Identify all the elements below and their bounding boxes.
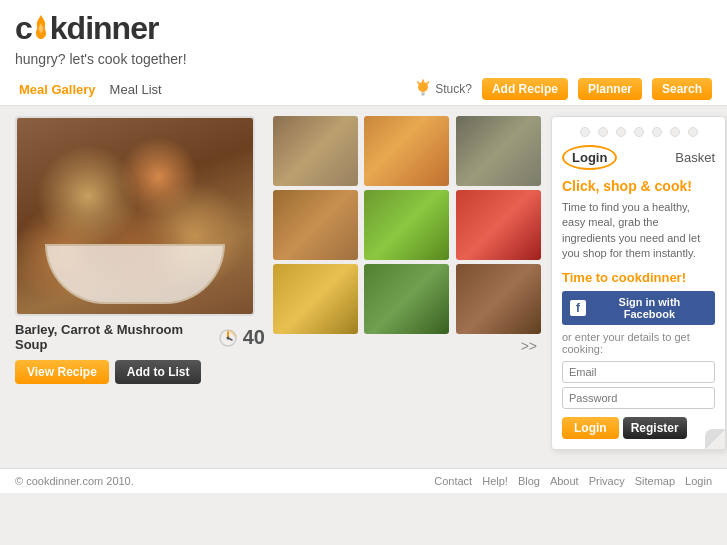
footer-link-about[interactable]: About [550, 475, 579, 487]
logo-text-after: kdinner [50, 10, 159, 47]
hole-4 [634, 127, 644, 137]
notepad-login-tab[interactable]: Login [562, 145, 617, 170]
food-grid [273, 116, 543, 334]
food-thumb-6[interactable] [456, 190, 541, 260]
footer-link-contact[interactable]: Contact [434, 475, 472, 487]
hole-7 [688, 127, 698, 137]
stuck-label: Stuck? [435, 82, 472, 96]
timer-badge: 40 [217, 326, 265, 349]
notepad-curl [705, 429, 725, 449]
login-notepad: Login Basket Click, shop & cook! Time to… [551, 116, 726, 450]
footer-link-help[interactable]: Help! [482, 475, 508, 487]
flame-icon [30, 13, 52, 41]
food-thumb-1[interactable] [273, 116, 358, 186]
food-thumb-8[interactable] [364, 264, 449, 334]
bulb-icon [415, 79, 431, 99]
food-grid-panel: >> [265, 116, 551, 450]
footer-link-sitemap[interactable]: Sitemap [635, 475, 675, 487]
hole-6 [670, 127, 680, 137]
featured-recipe-panel: Barley, Carrot & Mushroom Soup 40 View R… [15, 116, 265, 450]
footer-link-login[interactable]: Login [685, 475, 712, 487]
svg-rect-1 [421, 92, 425, 94]
add-to-list-button[interactable]: Add to List [115, 360, 202, 384]
hole-1 [580, 127, 590, 137]
click-shop-cook-title: Click, shop & cook! [562, 178, 715, 194]
view-recipe-button[interactable]: View Recipe [15, 360, 109, 384]
time-to-cookdinner: Time to cookdinner! [562, 270, 715, 285]
stuck-wrap: Stuck? [415, 79, 472, 99]
search-button[interactable]: Search [652, 78, 712, 100]
notepad-description: Time to find you a healthy, easy meal, g… [562, 200, 715, 262]
svg-point-7 [226, 337, 229, 340]
hole-3 [616, 127, 626, 137]
hole-5 [652, 127, 662, 137]
fb-button-label: Sign in with Facebook [592, 296, 707, 320]
hole-2 [598, 127, 608, 137]
add-recipe-button[interactable]: Add Recipe [482, 78, 568, 100]
password-field[interactable] [562, 387, 715, 409]
food-thumb-2[interactable] [364, 116, 449, 186]
svg-rect-2 [422, 94, 425, 96]
timer-icon [217, 326, 239, 348]
notepad-basket-tab[interactable]: Basket [675, 150, 715, 165]
food-thumb-3[interactable] [456, 116, 541, 186]
nav-meal-list[interactable]: Meal List [110, 82, 162, 97]
navbar: Meal Gallery Meal List Stuck? Add Recipe… [15, 73, 712, 105]
recipe-info: Barley, Carrot & Mushroom Soup 40 [15, 322, 265, 352]
register-button[interactable]: Register [623, 417, 687, 439]
footer: © cookdinner.com 2010. Contact Help! Blo… [0, 468, 727, 493]
food-thumb-4[interactable] [273, 190, 358, 260]
nav-meal-gallery[interactable]: Meal Gallery [15, 80, 100, 99]
recipe-time: 40 [243, 326, 265, 349]
tagline-hungry: hungry? [15, 51, 66, 67]
login-button[interactable]: Login [562, 417, 619, 439]
footer-links: Contact Help! Blog About Privacy Sitemap… [434, 475, 712, 487]
food-thumb-9[interactable] [456, 264, 541, 334]
featured-image [15, 116, 255, 316]
recipe-title: Barley, Carrot & Mushroom Soup [15, 322, 217, 352]
footer-link-blog[interactable]: Blog [518, 475, 540, 487]
tagline: hungry? let's cook together! [15, 51, 712, 67]
svg-line-4 [418, 82, 420, 84]
main-content: Barley, Carrot & Mushroom Soup 40 View R… [0, 106, 727, 460]
facebook-icon: f [570, 300, 586, 316]
food-thumb-5[interactable] [364, 190, 449, 260]
email-field[interactable] [562, 361, 715, 383]
notepad-holes [562, 127, 715, 137]
recipe-buttons: View Recipe Add to List [15, 360, 265, 384]
facebook-signin-button[interactable]: f Sign in with Facebook [562, 291, 715, 325]
more-arrow[interactable]: >> [273, 334, 543, 354]
logo: c kdinner [15, 10, 712, 47]
copyright: © cookdinner.com 2010. [15, 475, 134, 487]
svg-line-5 [427, 82, 429, 84]
tagline-rest: let's cook together! [69, 51, 186, 67]
notepad-tabs: Login Basket [562, 145, 715, 170]
login-buttons: Login Register [562, 417, 715, 439]
planner-button[interactable]: Planner [578, 78, 642, 100]
footer-link-privacy[interactable]: Privacy [589, 475, 625, 487]
or-text: or enter your details to get cooking: [562, 331, 715, 355]
header: c kdinner hungry? let's cook together! M… [0, 0, 727, 106]
food-thumb-7[interactable] [273, 264, 358, 334]
